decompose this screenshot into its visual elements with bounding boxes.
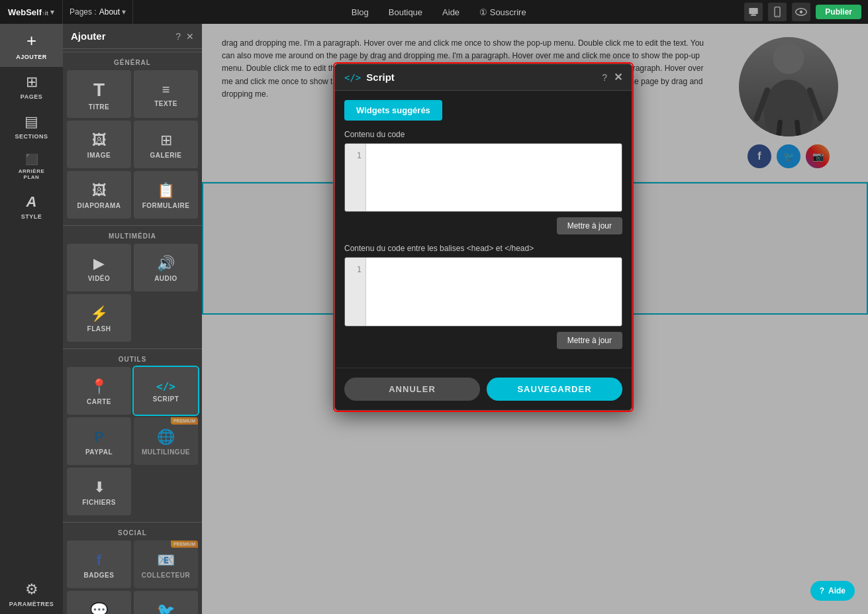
tool-diaporama[interactable]: 🖼 DIAPORAMA (67, 171, 131, 219)
collecteur-icon: 📧 (157, 552, 175, 569)
tool-image[interactable]: 🖼 IMAGE (67, 121, 131, 168)
panel-title: Ajouter (71, 30, 106, 42)
modal-overlay: </> Script ? ✕ Widgets suggérés Contenu … (202, 24, 868, 614)
help-bubble-label: Aide (828, 586, 845, 595)
sidebar-item-pages[interactable]: ⊞ PAGES (0, 67, 63, 107)
panel-close-icon[interactable]: ✕ (186, 31, 194, 42)
left-sidebar: + AJOUTER ⊞ PAGES ▤ SECTIONS ⬛ ARRIÈREPL… (0, 24, 63, 614)
tweet-icon: 🐦 (157, 602, 175, 615)
desktop-icon-btn[interactable] (744, 3, 763, 21)
audio-label: AUDIO (154, 275, 177, 282)
tool-script[interactable]: </> SCRIPT (134, 367, 198, 415)
current-page[interactable]: About (99, 7, 120, 17)
tool-texte[interactable]: ≡ TEXTE (134, 70, 198, 118)
nav-blog[interactable]: Blog (352, 7, 369, 17)
tool-flash[interactable]: ⚡ FLASH (67, 294, 131, 342)
tool-formulaire[interactable]: 📋 FORMULAIRE (134, 171, 198, 219)
modal-header: </> Script ? ✕ (335, 64, 632, 91)
help-bubble[interactable]: ? Aide (810, 581, 855, 601)
sidebar-item-style[interactable]: A STYLE (0, 187, 63, 227)
tool-multilingue[interactable]: 🌐 MULTILINGUE PREMIUM (134, 417, 198, 465)
update-button-2[interactable]: Mettre à jour (557, 332, 622, 349)
tool-badges[interactable]: f BADGES (67, 540, 131, 588)
section-multimedia-label: MULTIMÉDIA (63, 225, 202, 244)
panel-header-icons: ? ✕ (175, 31, 194, 42)
tool-audio[interactable]: 🔊 AUDIO (134, 244, 198, 291)
outils-tools: 📍 CARTE </> SCRIPT P PAYPAL 🌐 MULTILINGU… (63, 367, 202, 519)
tool-carte[interactable]: 📍 CARTE (67, 367, 131, 415)
logo-dropdown-icon[interactable]: ▾ (50, 8, 54, 17)
update-btn-row-1: Mettre à jour (344, 217, 622, 234)
nav-boutique[interactable]: Boutique (389, 7, 422, 17)
sidebar-item-label-style: STYLE (21, 213, 42, 220)
cancel-button[interactable]: ANNULER (344, 378, 480, 401)
panel-help-icon[interactable]: ? (175, 31, 181, 42)
script-icon: </> (156, 380, 175, 393)
code-label-1: Contenu du code (344, 130, 622, 139)
preview-icon-btn[interactable] (792, 3, 810, 21)
general-tools: T TITRE ≡ TEXTE 🖼 IMAGE ⊞ GALERIE 🖼 DIAP… (63, 70, 202, 223)
sections-icon: ▤ (24, 113, 38, 130)
modal-close-icon[interactable]: ✕ (614, 71, 622, 83)
update-btn-row-2: Mettre à jour (344, 332, 622, 349)
svg-rect-2 (751, 15, 756, 16)
code-label-2: Contenu du code entre les balises <head>… (344, 244, 622, 253)
image-label: IMAGE (87, 152, 111, 159)
widgets-suggeres-button[interactable]: Widgets suggérés (344, 100, 442, 121)
panel-header: Ajouter ? ✕ (63, 24, 202, 49)
style-icon: A (26, 193, 37, 211)
sidebar-item-parametres[interactable]: ⚙ PARAMÈTRES (0, 574, 63, 614)
tool-fichiers[interactable]: ⬇ FICHIERS (67, 468, 131, 515)
modal-body: Widgets suggérés Contenu du code 1 Mettr… (335, 91, 632, 368)
video-label: VIDÉO (88, 275, 111, 282)
tool-collecteur[interactable]: 📧 COLLECTEUR PREMIUM (134, 540, 198, 588)
sidebar-item-label-sections: SECTIONS (15, 133, 48, 140)
arriere-plan-icon: ⬛ (25, 153, 38, 166)
script-modal: </> Script ? ✕ Widgets suggérés Contenu … (334, 64, 632, 411)
badges-icon: f (97, 552, 101, 569)
video-icon: ▶ (93, 255, 105, 272)
sidebar-item-arriere-plan[interactable]: ⬛ ARRIÈREPLAN (0, 146, 63, 187)
tool-paypal[interactable]: P PAYPAL (67, 417, 131, 465)
sidebar-item-sections[interactable]: ▤ SECTIONS (0, 107, 63, 146)
tool-sondage[interactable]: 💬 SONDAGE (67, 591, 131, 614)
main-area: drag and dropping me. I'm a paragraph. H… (202, 24, 868, 614)
modal-script-icon: </> (344, 72, 361, 83)
carte-icon: 📍 (90, 378, 108, 395)
publish-button[interactable]: Publier (816, 5, 861, 19)
section-social-label: SOCIAL (63, 522, 202, 540)
modal-help-icon[interactable]: ? (602, 72, 607, 83)
pages-icon: ⊞ (26, 74, 38, 91)
modal-header-left: </> Script (344, 72, 395, 83)
line-numbers-1: 1 (345, 144, 366, 211)
svg-point-6 (800, 11, 803, 14)
code-textarea-2[interactable] (366, 258, 622, 325)
section-general-label: GÉNÉRAL (63, 52, 202, 70)
nav-subscribe[interactable]: ① Souscrire (479, 7, 526, 17)
page-dropdown-icon[interactable]: ▾ (122, 7, 126, 17)
top-nav: WebSelf↑it ▾ Pages : About ▾ Blog Boutiq… (0, 0, 868, 24)
code-textarea-1[interactable] (366, 144, 622, 211)
modal-container: </> Script ? ✕ Widgets suggérés Contenu … (334, 64, 632, 411)
sidebar-item-ajouter[interactable]: + AJOUTER (0, 24, 63, 67)
tool-galerie[interactable]: ⊞ GALERIE (134, 121, 198, 168)
image-icon: 🖼 (92, 132, 107, 149)
save-button[interactable]: SAUVEGARDER (487, 378, 622, 401)
section-outils-label: OUTILS (63, 348, 202, 367)
paypal-icon: P (94, 429, 104, 446)
update-button-1[interactable]: Mettre à jour (557, 217, 622, 234)
tool-tweet[interactable]: 🐦 TWEET (134, 591, 198, 614)
tool-video[interactable]: ▶ VIDÉO (67, 244, 131, 291)
pages-label: Pages : (70, 7, 97, 17)
collecteur-label: COLLECTEUR (142, 572, 190, 579)
nav-aide[interactable]: Aide (442, 7, 459, 17)
multilingue-premium-badge: PREMIUM (171, 417, 198, 425)
logo[interactable]: WebSelf↑it ▾ (0, 0, 63, 24)
mobile-icon-btn[interactable] (768, 3, 787, 21)
tool-titre[interactable]: T TITRE (67, 70, 131, 118)
texte-icon: ≡ (162, 82, 170, 97)
code-editor-inner-2: 1 (345, 258, 622, 325)
line-numbers-2: 1 (345, 258, 366, 325)
code-editor-2: 1 (344, 257, 622, 326)
sidebar-item-label-parametres: PARAMÈTRES (9, 601, 54, 607)
